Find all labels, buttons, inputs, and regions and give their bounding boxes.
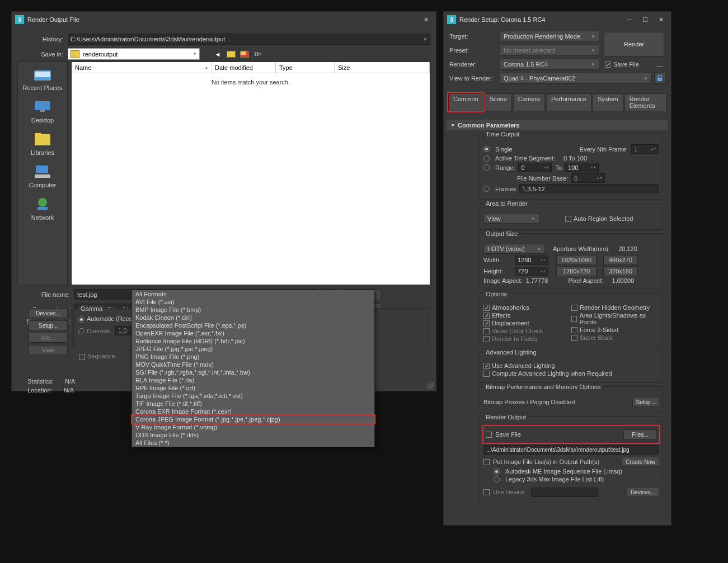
up-folder-icon[interactable] [226,49,237,60]
frames-input[interactable]: 1,3,5-12 [519,184,659,193]
place-recent[interactable]: Recent Places [23,67,63,91]
ro-devices-button[interactable]: Devices... [627,487,659,497]
filetype-option[interactable]: All Formats [132,290,374,298]
files-button[interactable]: Files... [623,429,657,439]
displacement-checkbox[interactable] [483,320,490,327]
preset-1280x720[interactable]: 1280x720 [556,266,597,276]
lock-icon[interactable] [654,73,665,84]
renderer-dropdown[interactable]: Corona 1.5 RC4▼ [500,59,599,70]
place-libraries[interactable]: Libraries [31,131,54,156]
view-button[interactable]: View [29,345,68,355]
close-icon[interactable]: ✕ [419,15,433,25]
devices-button[interactable]: Devices... [29,308,68,318]
filetype-option[interactable]: RPF Image File (*.rpf) [132,384,374,392]
filetype-option[interactable]: SGI File (*.rgb,*.rgba,*.sgi,*.int,*.int… [132,368,374,376]
range-to-spinner[interactable]: 100▲▼ [565,163,599,172]
tab-system[interactable]: System [593,93,623,111]
render-button[interactable]: Render [604,32,664,56]
ifl-radio[interactable] [494,476,500,482]
single-radio[interactable] [483,146,490,152]
savefile-checkbox[interactable] [605,61,611,68]
compute-adv-lighting-checkbox[interactable] [483,371,490,377]
range-from-spinner[interactable]: 0▲▼ [518,163,552,172]
frames-radio[interactable] [483,186,490,192]
imsq-radio[interactable] [494,469,500,475]
savein-dropdown[interactable]: renderoutput ▼ [68,48,200,60]
viewrender-dropdown[interactable]: Quad 4 - PhysCamera002▼ [500,73,652,84]
info-button[interactable]: Info... [29,333,68,343]
als-checkbox[interactable] [571,316,577,322]
auto-region-checkbox[interactable] [565,216,571,222]
rtf-checkbox[interactable] [483,336,490,342]
filetype-dropdown-list[interactable]: All FormatsAVI File (*.avi)BMP Image Fil… [131,290,375,447]
filetype-option[interactable]: Encapsulated PostScript File (*.eps,*.ps… [132,321,374,329]
target-dropdown[interactable]: Production Rendering Mode▼ [500,31,599,42]
bitmap-setup-button[interactable]: Setup... [632,397,659,407]
preset-320x180[interactable]: 320x180 [603,266,638,276]
close-icon[interactable]: ✕ [654,15,668,25]
tab-camera[interactable]: Camera [513,93,545,111]
col-size[interactable]: Size [335,62,430,73]
use-adv-lighting-checkbox[interactable] [483,363,490,369]
file-list[interactable]: Name▴ Date modified Type Size No items m… [71,61,430,285]
filetype-option[interactable]: PNG Image File (*.png) [132,353,374,361]
minimize-icon[interactable]: ─ [623,15,636,25]
effects-checkbox[interactable] [483,313,490,319]
sb-checkbox[interactable] [571,335,577,341]
filetype-option[interactable]: V-Ray Image Format (*.vrimg) [132,423,374,431]
gamma-override-radio[interactable] [78,328,84,334]
output-preset-dropdown[interactable]: HDTV (video)▼ [483,244,545,254]
filetype-option[interactable]: All Files (*.*) [132,439,374,447]
rhg-checkbox[interactable] [571,305,577,311]
output-path-input[interactable]: ...\Administrator\Documents\3dsMax\rende… [483,445,659,455]
atmospherics-checkbox[interactable] [483,305,490,311]
filetype-option[interactable]: JPEG File (*.jpg,*.jpe,*.jpeg) [132,345,374,353]
sequence-checkbox[interactable] [79,354,85,360]
history-dropdown[interactable]: C:\Users\Administrator\Documents\3dsMax\… [68,34,430,45]
tab-scene[interactable]: Scene [485,93,512,111]
ats-radio[interactable] [483,155,490,162]
maximize-icon[interactable]: ☐ [638,15,652,25]
filetype-option[interactable]: TIF Image File (*.tif,*.tiff) [132,400,374,408]
range-radio[interactable] [483,164,490,171]
rollup-common-parameters[interactable]: ▾Common Parameters [447,120,668,130]
new-folder-icon[interactable] [239,49,250,60]
filetype-option[interactable]: Radiance Image File (HDRI) (*.hdr,*.pic) [132,337,374,345]
filetype-option[interactable]: RLA Image File (*.rla) [132,376,374,384]
renderer-more-icon[interactable]: … [654,60,665,69]
filetype-option[interactable]: MOV QuickTime File (*.mov) [132,361,374,368]
resize-grip[interactable] [427,382,434,389]
create-now-button[interactable]: Create Now [622,457,659,467]
col-type[interactable]: Type [276,62,335,73]
filetype-option[interactable]: Kodak Cineon (*.cin) [132,314,374,321]
filetype-option[interactable]: BMP Image File (*.bmp) [132,306,374,314]
place-network[interactable]: Network [31,196,54,221]
filetype-option[interactable]: OpenEXR Image File (*.exr,*.fxr) [132,329,374,337]
area-dropdown[interactable]: View▼ [483,214,539,224]
tab-common[interactable]: Common [448,93,483,111]
gamma-auto-radio[interactable] [78,316,84,323]
nth-spinner[interactable]: 1▲▼ [631,144,659,154]
filetype-option[interactable]: Corona EXR Image Format (*.cexr) [132,408,374,415]
width-spinner[interactable]: 1280▲▼ [515,256,548,265]
setup-button[interactable]: Setup... [29,320,68,330]
vcc-checkbox[interactable] [483,328,490,334]
filetype-option[interactable]: Targa Image File (*.tga,*.vda,*.icb,*.vs… [132,392,374,400]
put-list-checkbox[interactable] [483,459,490,465]
preset-dropdown[interactable]: No preset selected▼ [500,45,599,56]
back-icon[interactable]: ◄ [212,49,223,60]
col-name[interactable]: Name▴ [72,62,212,73]
usedevice-checkbox[interactable] [483,489,490,495]
height-spinner[interactable]: 720▲▼ [515,267,548,276]
preset-1920x1080[interactable]: 1920x1080 [556,255,597,265]
tab-performance[interactable]: Performance [546,93,591,111]
ro-savefile-checkbox[interactable] [486,432,492,438]
device-input[interactable] [531,488,598,497]
tab-render-elements[interactable]: Render Elements [624,93,666,111]
place-desktop[interactable]: Desktop [31,99,54,124]
place-computer[interactable]: Computer [29,164,56,188]
preset-480x270[interactable]: 480x270 [603,255,638,265]
f2s-checkbox[interactable] [571,327,577,333]
views-menu-icon[interactable]: ▾ [252,49,264,60]
fnb-spinner[interactable]: 0▲▼ [571,173,605,183]
